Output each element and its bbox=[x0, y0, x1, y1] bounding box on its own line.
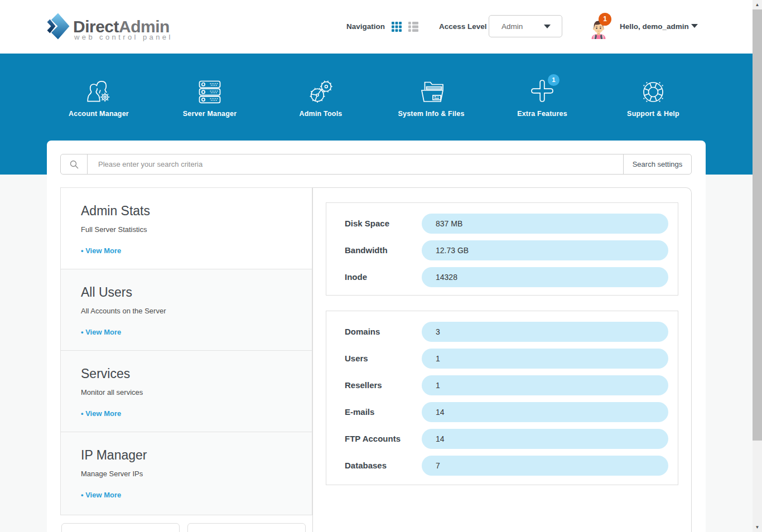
svg-text:web control panel: web control panel bbox=[74, 33, 173, 41]
